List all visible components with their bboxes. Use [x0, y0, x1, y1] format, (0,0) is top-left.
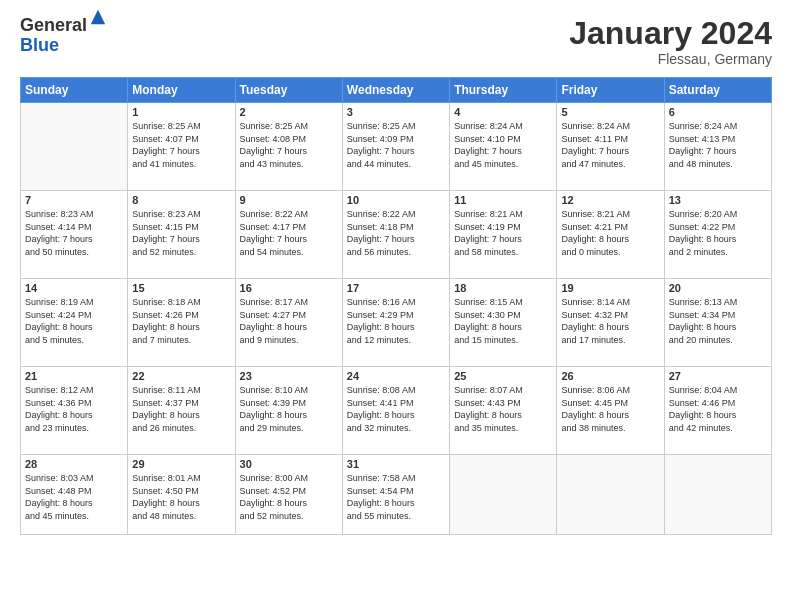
col-wednesday: Wednesday [342, 78, 449, 103]
table-row: 2Sunrise: 8:25 AM Sunset: 4:08 PM Daylig… [235, 103, 342, 191]
day-info: Sunrise: 8:07 AM Sunset: 4:43 PM Dayligh… [454, 384, 552, 434]
day-number: 3 [347, 106, 445, 118]
day-number: 18 [454, 282, 552, 294]
day-number: 26 [561, 370, 659, 382]
col-saturday: Saturday [664, 78, 771, 103]
table-row: 16Sunrise: 8:17 AM Sunset: 4:27 PM Dayli… [235, 279, 342, 367]
table-row: 15Sunrise: 8:18 AM Sunset: 4:26 PM Dayli… [128, 279, 235, 367]
day-number: 31 [347, 458, 445, 470]
day-number: 25 [454, 370, 552, 382]
table-row: 21Sunrise: 8:12 AM Sunset: 4:36 PM Dayli… [21, 367, 128, 455]
calendar-table: Sunday Monday Tuesday Wednesday Thursday… [20, 77, 772, 535]
day-info: Sunrise: 8:24 AM Sunset: 4:11 PM Dayligh… [561, 120, 659, 170]
day-number: 17 [347, 282, 445, 294]
day-number: 15 [132, 282, 230, 294]
table-row: 26Sunrise: 8:06 AM Sunset: 4:45 PM Dayli… [557, 367, 664, 455]
table-row: 6Sunrise: 8:24 AM Sunset: 4:13 PM Daylig… [664, 103, 771, 191]
day-number: 11 [454, 194, 552, 206]
day-info: Sunrise: 8:16 AM Sunset: 4:29 PM Dayligh… [347, 296, 445, 346]
table-row [557, 455, 664, 535]
month-title: January 2024 [569, 16, 772, 51]
day-number: 20 [669, 282, 767, 294]
table-row: 19Sunrise: 8:14 AM Sunset: 4:32 PM Dayli… [557, 279, 664, 367]
day-info: Sunrise: 8:25 AM Sunset: 4:09 PM Dayligh… [347, 120, 445, 170]
day-info: Sunrise: 8:25 AM Sunset: 4:08 PM Dayligh… [240, 120, 338, 170]
table-row: 9Sunrise: 8:22 AM Sunset: 4:17 PM Daylig… [235, 191, 342, 279]
table-row [21, 103, 128, 191]
day-number: 10 [347, 194, 445, 206]
day-info: Sunrise: 8:04 AM Sunset: 4:46 PM Dayligh… [669, 384, 767, 434]
table-row [450, 455, 557, 535]
table-row: 17Sunrise: 8:16 AM Sunset: 4:29 PM Dayli… [342, 279, 449, 367]
day-info: Sunrise: 8:22 AM Sunset: 4:18 PM Dayligh… [347, 208, 445, 258]
table-row: 30Sunrise: 8:00 AM Sunset: 4:52 PM Dayli… [235, 455, 342, 535]
day-number: 29 [132, 458, 230, 470]
day-number: 7 [25, 194, 123, 206]
table-row: 25Sunrise: 8:07 AM Sunset: 4:43 PM Dayli… [450, 367, 557, 455]
day-info: Sunrise: 8:14 AM Sunset: 4:32 PM Dayligh… [561, 296, 659, 346]
calendar-week-row: 21Sunrise: 8:12 AM Sunset: 4:36 PM Dayli… [21, 367, 772, 455]
table-row: 11Sunrise: 8:21 AM Sunset: 4:19 PM Dayli… [450, 191, 557, 279]
table-row: 8Sunrise: 8:23 AM Sunset: 4:15 PM Daylig… [128, 191, 235, 279]
logo: General Blue [20, 16, 107, 56]
calendar-week-row: 1Sunrise: 8:25 AM Sunset: 4:07 PM Daylig… [21, 103, 772, 191]
day-info: Sunrise: 8:00 AM Sunset: 4:52 PM Dayligh… [240, 472, 338, 522]
day-number: 9 [240, 194, 338, 206]
day-info: Sunrise: 8:22 AM Sunset: 4:17 PM Dayligh… [240, 208, 338, 258]
table-row: 22Sunrise: 8:11 AM Sunset: 4:37 PM Dayli… [128, 367, 235, 455]
col-friday: Friday [557, 78, 664, 103]
table-row: 1Sunrise: 8:25 AM Sunset: 4:07 PM Daylig… [128, 103, 235, 191]
col-sunday: Sunday [21, 78, 128, 103]
day-info: Sunrise: 8:12 AM Sunset: 4:36 PM Dayligh… [25, 384, 123, 434]
day-info: Sunrise: 8:24 AM Sunset: 4:13 PM Dayligh… [669, 120, 767, 170]
day-info: Sunrise: 8:21 AM Sunset: 4:19 PM Dayligh… [454, 208, 552, 258]
header: General Blue January 2024 Flessau, Germa… [20, 16, 772, 67]
day-number: 13 [669, 194, 767, 206]
day-info: Sunrise: 8:11 AM Sunset: 4:37 PM Dayligh… [132, 384, 230, 434]
table-row: 29Sunrise: 8:01 AM Sunset: 4:50 PM Dayli… [128, 455, 235, 535]
day-info: Sunrise: 7:58 AM Sunset: 4:54 PM Dayligh… [347, 472, 445, 522]
location: Flessau, Germany [569, 51, 772, 67]
table-row: 14Sunrise: 8:19 AM Sunset: 4:24 PM Dayli… [21, 279, 128, 367]
table-row: 10Sunrise: 8:22 AM Sunset: 4:18 PM Dayli… [342, 191, 449, 279]
col-monday: Monday [128, 78, 235, 103]
title-block: January 2024 Flessau, Germany [569, 16, 772, 67]
day-number: 22 [132, 370, 230, 382]
day-number: 21 [25, 370, 123, 382]
table-row [664, 455, 771, 535]
day-info: Sunrise: 8:23 AM Sunset: 4:14 PM Dayligh… [25, 208, 123, 258]
table-row: 28Sunrise: 8:03 AM Sunset: 4:48 PM Dayli… [21, 455, 128, 535]
day-number: 4 [454, 106, 552, 118]
calendar-week-row: 7Sunrise: 8:23 AM Sunset: 4:14 PM Daylig… [21, 191, 772, 279]
page: General Blue January 2024 Flessau, Germa… [0, 0, 792, 612]
day-number: 12 [561, 194, 659, 206]
day-info: Sunrise: 8:20 AM Sunset: 4:22 PM Dayligh… [669, 208, 767, 258]
table-row: 27Sunrise: 8:04 AM Sunset: 4:46 PM Dayli… [664, 367, 771, 455]
day-number: 8 [132, 194, 230, 206]
table-row: 12Sunrise: 8:21 AM Sunset: 4:21 PM Dayli… [557, 191, 664, 279]
day-number: 5 [561, 106, 659, 118]
logo-general-text: General [20, 16, 87, 36]
day-info: Sunrise: 8:17 AM Sunset: 4:27 PM Dayligh… [240, 296, 338, 346]
day-number: 23 [240, 370, 338, 382]
day-info: Sunrise: 8:18 AM Sunset: 4:26 PM Dayligh… [132, 296, 230, 346]
table-row: 24Sunrise: 8:08 AM Sunset: 4:41 PM Dayli… [342, 367, 449, 455]
day-number: 1 [132, 106, 230, 118]
day-info: Sunrise: 8:25 AM Sunset: 4:07 PM Dayligh… [132, 120, 230, 170]
table-row: 7Sunrise: 8:23 AM Sunset: 4:14 PM Daylig… [21, 191, 128, 279]
calendar-week-row: 28Sunrise: 8:03 AM Sunset: 4:48 PM Dayli… [21, 455, 772, 535]
day-info: Sunrise: 8:06 AM Sunset: 4:45 PM Dayligh… [561, 384, 659, 434]
logo-icon [89, 8, 107, 26]
day-info: Sunrise: 8:13 AM Sunset: 4:34 PM Dayligh… [669, 296, 767, 346]
day-number: 27 [669, 370, 767, 382]
table-row: 18Sunrise: 8:15 AM Sunset: 4:30 PM Dayli… [450, 279, 557, 367]
day-info: Sunrise: 8:01 AM Sunset: 4:50 PM Dayligh… [132, 472, 230, 522]
calendar-week-row: 14Sunrise: 8:19 AM Sunset: 4:24 PM Dayli… [21, 279, 772, 367]
table-row: 4Sunrise: 8:24 AM Sunset: 4:10 PM Daylig… [450, 103, 557, 191]
day-number: 19 [561, 282, 659, 294]
day-info: Sunrise: 8:10 AM Sunset: 4:39 PM Dayligh… [240, 384, 338, 434]
logo-blue-text: Blue [20, 36, 87, 56]
day-info: Sunrise: 8:19 AM Sunset: 4:24 PM Dayligh… [25, 296, 123, 346]
day-number: 24 [347, 370, 445, 382]
table-row: 23Sunrise: 8:10 AM Sunset: 4:39 PM Dayli… [235, 367, 342, 455]
